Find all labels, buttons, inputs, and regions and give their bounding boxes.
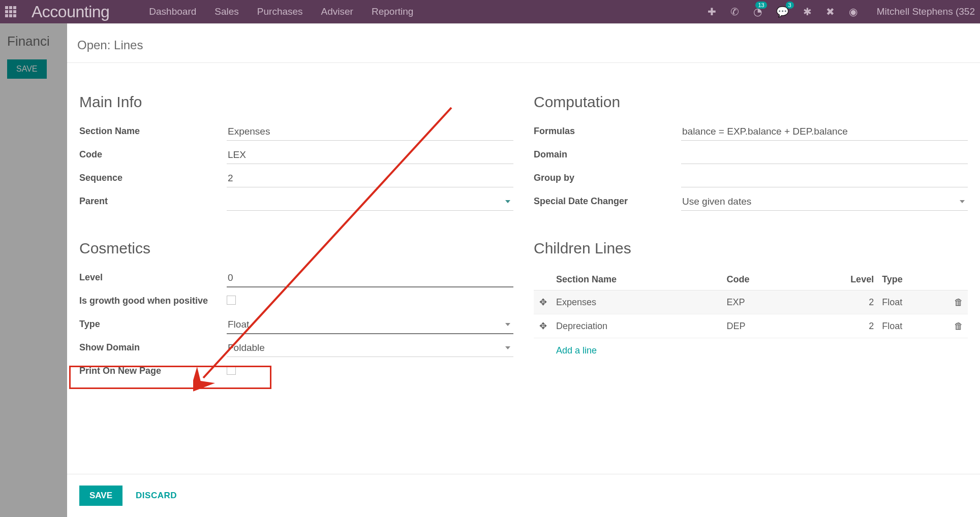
drag-handle-icon[interactable]: ✥ [534,314,552,338]
trash-icon[interactable]: 🗑 [950,290,968,314]
left-column: Main Info Section Name Code Sequence Par… [79,93,513,386]
level-label: Level [79,269,227,283]
col-level: Level [800,269,878,290]
discard-button[interactable]: DISCARD [136,491,177,501]
chevron-down-icon [505,346,510,349]
table-row[interactable]: ✥ Depreciation DEP 2 Float 🗑 [534,314,968,338]
drag-handle-icon[interactable]: ✥ [534,290,552,314]
avatar-icon: ◉ [849,6,858,18]
is-growth-label: Is growth good when positive [79,293,227,306]
parent-select[interactable] [227,193,513,211]
special-date-select[interactable]: Use given dates [681,193,968,211]
nav-dashboard[interactable]: Dashboard [149,6,196,17]
show-domain-select[interactable]: Foldable [227,339,513,357]
save-button[interactable]: SAVE [79,486,122,506]
special-date-label: Special Date Changer [534,193,681,207]
section-name-label: Section Name [79,123,227,137]
activities-icon[interactable]: ◔13 [753,6,762,18]
is-growth-checkbox[interactable] [227,296,236,305]
children-lines-header: Children Lines [534,240,968,257]
nav-sales[interactable]: Sales [215,6,239,17]
computation-header: Computation [534,93,968,111]
group-by-input[interactable] [681,170,968,187]
phone-icon[interactable]: ✆ [730,6,739,18]
app-brand[interactable]: Accounting [32,3,109,21]
modal-footer: SAVE DISCARD [67,474,980,517]
children-table: Section Name Code Level Type ✥ Expenses … [534,269,968,338]
group-by-label: Group by [534,170,681,183]
modal-dialog: Open: Lines Main Info Section Name Code … [67,23,980,517]
activities-badge: 13 [755,2,767,9]
domain-label: Domain [534,146,681,160]
show-domain-label: Show Domain [79,339,227,353]
main-info-header: Main Info [79,93,513,111]
col-type: Type [878,269,950,290]
formulas-input[interactable] [681,123,968,141]
level-input[interactable] [227,269,513,287]
tools-icon[interactable]: ✖ [826,6,835,18]
nav-purchases[interactable]: Purchases [257,6,303,17]
type-label: Type [79,316,227,330]
print-on-new-page-checkbox[interactable] [227,366,236,375]
cosmetics-header: Cosmetics [79,240,513,257]
code-label: Code [79,146,227,160]
trash-icon[interactable]: 🗑 [950,314,968,338]
table-row[interactable]: ✥ Expenses EXP 2 Float 🗑 [534,290,968,314]
sequence-input[interactable] [227,170,513,187]
type-select[interactable]: Float [227,316,513,334]
bug-icon[interactable]: ✱ [803,6,812,18]
nav-reporting[interactable]: Reporting [372,6,413,17]
code-input[interactable] [227,146,513,164]
chevron-down-icon [505,200,510,203]
sequence-label: Sequence [79,170,227,183]
add-a-line-link[interactable]: Add a line [534,338,968,363]
print-on-new-page-label: Print On New Page [79,363,227,376]
plus-icon[interactable]: ✚ [708,6,716,18]
topbar: Accounting Dashboard Sales Purchases Adv… [0,0,980,23]
chat-badge: 3 [786,2,794,9]
col-code: Code [723,269,800,290]
right-column: Computation Formulas Domain Group by Spe… [534,93,968,386]
formulas-label: Formulas [534,123,681,137]
user-name[interactable]: Mitchell Stephens (352 [877,6,975,17]
section-name-input[interactable] [227,123,513,141]
apps-icon[interactable] [5,6,16,17]
col-section-name: Section Name [552,269,723,290]
parent-label: Parent [79,193,227,207]
modal-title: Open: Lines [67,24,980,62]
chat-icon[interactable]: 💬3 [776,6,789,18]
chevron-down-icon [960,200,965,203]
domain-input[interactable] [681,146,968,164]
nav-adviser[interactable]: Adviser [321,6,353,17]
chevron-down-icon [505,323,510,326]
